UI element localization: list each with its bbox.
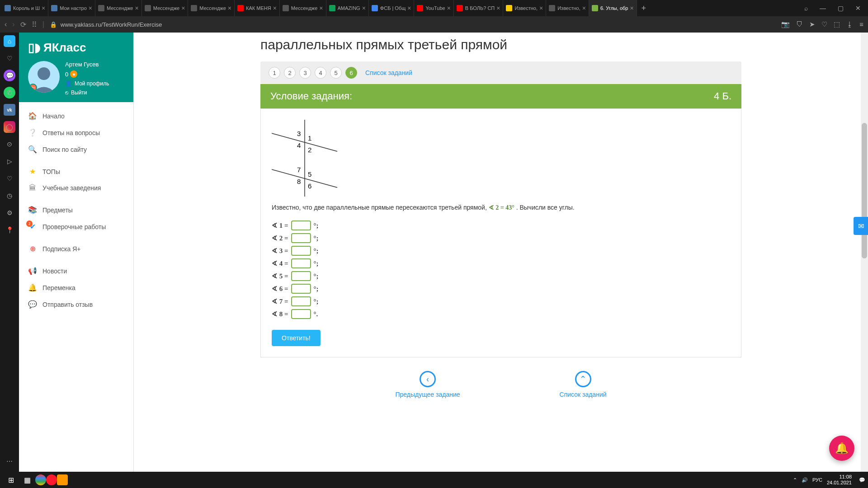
- tab-close-icon[interactable]: ×: [319, 5, 323, 12]
- play-icon[interactable]: ▷: [4, 155, 15, 167]
- tray-chevron-icon[interactable]: ⌃: [793, 477, 797, 483]
- url-field[interactable]: 🔒 www.yaklass.ru/TestWorkRun/Exercise: [50, 21, 162, 28]
- minimize-button[interactable]: —: [814, 2, 831, 14]
- browser-tab[interactable]: AMAZING×: [326, 0, 369, 16]
- scrollbar[interactable]: [861, 33, 868, 472]
- step-2[interactable]: 2: [284, 67, 296, 79]
- pin-icon[interactable]: 📍: [4, 224, 15, 236]
- angle-input-4[interactable]: [291, 258, 311, 268]
- volume-icon[interactable]: 🔊: [802, 477, 808, 483]
- instagram-icon[interactable]: ◯: [4, 121, 15, 133]
- answer-button[interactable]: Ответить!: [272, 330, 321, 346]
- start-button[interactable]: ⊞: [3, 473, 19, 487]
- forward-button[interactable]: ›: [12, 20, 14, 28]
- maximize-button[interactable]: ▢: [832, 2, 849, 14]
- nav-faq[interactable]: ❔Ответы на вопросы: [19, 124, 133, 141]
- browser-tab[interactable]: YouTube×: [414, 0, 453, 16]
- angle-input-3[interactable]: [291, 246, 311, 256]
- tab-close-icon[interactable]: ×: [228, 5, 231, 12]
- clock-icon[interactable]: ◷: [4, 190, 15, 202]
- clock[interactable]: 11:08 24.01.2021: [827, 474, 854, 486]
- settings-icon[interactable]: ⚙: [4, 207, 15, 219]
- menu-icon[interactable]: ≡: [859, 20, 863, 28]
- browser-tab[interactable]: Мои настро×: [48, 0, 95, 16]
- logout-link[interactable]: ⎋ Выйти: [65, 89, 109, 96]
- tab-close-icon[interactable]: ×: [447, 5, 451, 12]
- whatsapp-icon[interactable]: ✆: [4, 87, 15, 99]
- angle-input-8[interactable]: [291, 309, 311, 319]
- tab-close-icon[interactable]: ×: [407, 5, 411, 12]
- mail-float-button[interactable]: ✉: [854, 217, 868, 235]
- download-icon[interactable]: ⭳: [846, 20, 853, 28]
- tab-close-icon[interactable]: ×: [630, 5, 633, 12]
- speed-dial-icon[interactable]: ⠿: [32, 20, 37, 29]
- tab-close-icon[interactable]: ×: [362, 5, 366, 12]
- nav-break[interactable]: 🔔Переменка: [19, 279, 133, 296]
- app-icon[interactable]: [57, 474, 68, 485]
- tab-close-icon[interactable]: ×: [42, 5, 45, 12]
- task-list-button[interactable]: ⌃ Список заданий: [560, 371, 607, 398]
- heart-icon[interactable]: ♡: [821, 20, 827, 28]
- task-list-link[interactable]: Список заданий: [365, 69, 412, 76]
- cube-icon[interactable]: ⬚: [834, 20, 840, 28]
- browser-tab[interactable]: 6. Углы, обр×: [589, 0, 637, 16]
- new-tab-button[interactable]: +: [637, 4, 651, 13]
- browser-tab[interactable]: КАК МЕНЯ×: [235, 0, 280, 16]
- back-button[interactable]: ‹: [5, 20, 7, 28]
- notifications-icon[interactable]: 💬: [859, 477, 865, 483]
- tab-close-icon[interactable]: ×: [273, 5, 277, 12]
- more-icon[interactable]: ⋯: [4, 455, 15, 467]
- angle-input-6[interactable]: [291, 284, 311, 294]
- search-icon[interactable]: ⌕: [799, 2, 813, 14]
- nav-schools[interactable]: 🏛Учебные заведения: [19, 180, 133, 196]
- heart-strip-icon[interactable]: ♡: [4, 173, 15, 184]
- messenger-icon[interactable]: 💬: [4, 70, 15, 81]
- chrome-icon[interactable]: [35, 474, 46, 485]
- opera-icon[interactable]: [46, 474, 57, 485]
- avatar[interactable]: я+: [28, 61, 60, 93]
- camera-icon[interactable]: 📷: [781, 20, 790, 28]
- step-5[interactable]: 5: [330, 67, 342, 79]
- close-button[interactable]: ✕: [850, 2, 866, 14]
- bookmark-icon[interactable]: ♡: [4, 52, 15, 64]
- browser-tab[interactable]: В БОЛЬ? СП×: [454, 0, 504, 16]
- nav-subscription[interactable]: ⊕Подписка Я+: [19, 240, 133, 257]
- browser-tab[interactable]: Мессендже×: [280, 0, 326, 16]
- step-1[interactable]: 1: [269, 67, 280, 79]
- browser-tab[interactable]: Мессендже×: [188, 0, 235, 16]
- nav-search[interactable]: 🔍Поиск по сайту: [19, 141, 133, 158]
- browser-tab[interactable]: Известно,×: [503, 0, 546, 16]
- prev-task-button[interactable]: ‹ Предыдущее задание: [395, 371, 460, 398]
- profile-link[interactable]: 👤 Мой профиль: [65, 80, 109, 87]
- angle-input-1[interactable]: [291, 221, 311, 230]
- tab-close-icon[interactable]: ×: [496, 5, 500, 12]
- scrollbar-thumb[interactable]: [862, 123, 867, 258]
- vk-icon[interactable]: vk: [4, 104, 15, 116]
- tab-close-icon[interactable]: ×: [582, 5, 586, 12]
- angle-input-5[interactable]: [291, 271, 311, 281]
- tab-close-icon[interactable]: ×: [539, 5, 543, 12]
- step-6[interactable]: 6: [345, 67, 357, 79]
- browser-tab[interactable]: ФСБ | Общ×: [369, 0, 415, 16]
- history-icon[interactable]: ⊙: [4, 138, 15, 150]
- nav-home[interactable]: 🏠Начало: [19, 108, 133, 124]
- notification-bell-button[interactable]: 🔔: [829, 436, 854, 461]
- step-3[interactable]: 3: [299, 67, 311, 79]
- browser-tab[interactable]: Мессендже×: [142, 0, 189, 16]
- browser-tab[interactable]: Известно,×: [546, 0, 589, 16]
- nav-tests[interactable]: ✔Проверочные работы: [19, 218, 133, 235]
- angle-input-2[interactable]: [291, 233, 311, 243]
- angle-input-7[interactable]: [291, 296, 311, 306]
- home-icon[interactable]: ⌂: [4, 35, 15, 47]
- logo[interactable]: ▯◗ ЯКласс: [28, 41, 124, 55]
- nav-subjects[interactable]: 📚Предметы: [19, 202, 133, 218]
- nav-news[interactable]: 📢Новости: [19, 263, 133, 279]
- task-view-icon[interactable]: ▦: [19, 473, 35, 487]
- language-indicator[interactable]: РУС: [812, 477, 822, 483]
- send-icon[interactable]: ➤: [809, 20, 815, 28]
- nav-feedback[interactable]: 💬Отправить отзыв: [19, 296, 133, 313]
- nav-top[interactable]: ★ТОПы: [19, 163, 133, 180]
- step-4[interactable]: 4: [315, 67, 326, 79]
- browser-tab[interactable]: Король и Ш×: [2, 0, 48, 16]
- browser-tab[interactable]: Мессендже×: [95, 0, 142, 16]
